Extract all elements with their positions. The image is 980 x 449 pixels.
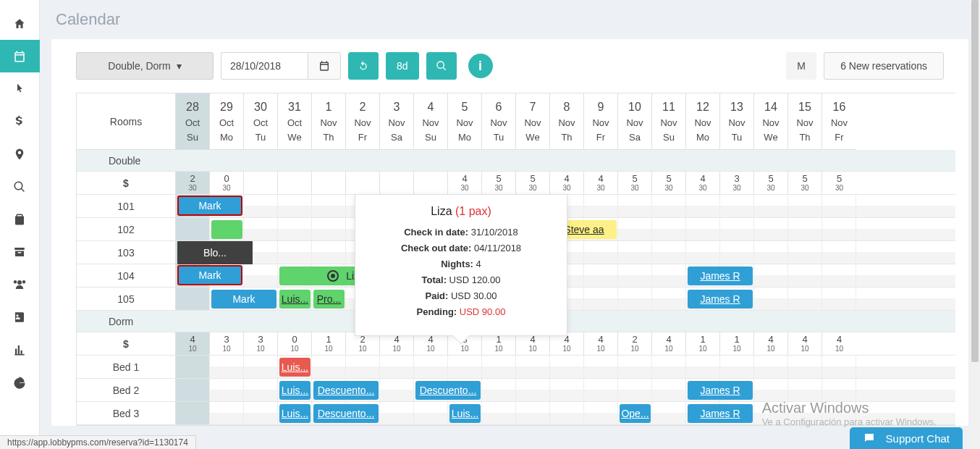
- booking[interactable]: Luis...: [279, 358, 311, 377]
- grid-cell[interactable]: [584, 379, 618, 401]
- grid-cell[interactable]: [720, 356, 754, 378]
- day-header[interactable]: 12NovMo: [686, 93, 720, 150]
- nav-search[interactable]: [0, 170, 40, 203]
- grid-cell[interactable]: [652, 241, 686, 264]
- grid-cell[interactable]: [720, 218, 754, 240]
- grid-cell[interactable]: [278, 241, 312, 264]
- grid-cell[interactable]: [312, 356, 346, 378]
- room-label[interactable]: Bed 3: [77, 402, 176, 424]
- day-header[interactable]: 31OctWe: [278, 93, 312, 150]
- grid-cell[interactable]: [278, 218, 312, 240]
- grid-cell[interactable]: [584, 264, 618, 287]
- grid-cell[interactable]: [754, 288, 788, 310]
- grid-cell[interactable]: [720, 195, 754, 217]
- booking[interactable]: James R: [688, 290, 753, 309]
- booking[interactable]: Mark: [211, 290, 276, 309]
- calendar-picker-button[interactable]: [308, 52, 341, 80]
- grid-cell[interactable]: [244, 356, 278, 378]
- booking[interactable]: Blo...: [177, 241, 253, 264]
- booking[interactable]: Luis...: [279, 290, 311, 309]
- range-button[interactable]: 8d: [386, 52, 419, 80]
- grid-cell[interactable]: [584, 288, 618, 310]
- grid-cell[interactable]: [754, 379, 788, 401]
- grid-cell[interactable]: [618, 195, 652, 217]
- room-label[interactable]: 105: [77, 288, 176, 310]
- booking[interactable]: James R: [688, 267, 753, 285]
- grid-cell[interactable]: [822, 264, 856, 287]
- grid-cell[interactable]: [312, 241, 346, 264]
- grid-cell[interactable]: [754, 402, 788, 424]
- grid-cell[interactable]: [550, 379, 584, 401]
- date-input[interactable]: [221, 52, 308, 80]
- grid-cell[interactable]: [176, 402, 210, 424]
- nav-pie[interactable]: [0, 366, 40, 398]
- grid-cell[interactable]: [720, 241, 754, 264]
- grid-cell[interactable]: [788, 288, 822, 310]
- day-header[interactable]: 14NovWe: [754, 93, 788, 150]
- new-reservations-button[interactable]: 6 New reservations: [824, 52, 944, 80]
- section-header[interactable]: Double: [77, 150, 955, 172]
- grid-cell[interactable]: [652, 195, 686, 217]
- booking[interactable]: [211, 220, 242, 239]
- grid-cell[interactable]: [822, 241, 856, 264]
- grid-cell[interactable]: [380, 402, 414, 424]
- grid-cell[interactable]: [584, 241, 618, 264]
- grid-cell[interactable]: [176, 218, 210, 240]
- grid-cell[interactable]: [754, 264, 788, 287]
- grid-cell[interactable]: [686, 195, 720, 217]
- grid-cell[interactable]: [822, 288, 856, 310]
- month-toggle[interactable]: M: [786, 52, 816, 80]
- day-header[interactable]: 8NovTh: [550, 93, 584, 150]
- grid-cell[interactable]: [414, 402, 448, 424]
- grid-cell[interactable]: [686, 241, 720, 264]
- grid-cell[interactable]: [346, 356, 380, 378]
- nav-calendar[interactable]: [0, 40, 40, 72]
- grid-cell[interactable]: [550, 356, 584, 378]
- nav-money[interactable]: [0, 105, 40, 138]
- refresh-button[interactable]: [348, 52, 379, 80]
- search-button[interactable]: [426, 52, 457, 80]
- booking[interactable]: Ope...: [620, 404, 651, 423]
- grid-cell[interactable]: [652, 218, 686, 240]
- nav-location[interactable]: [0, 138, 40, 170]
- grid-cell[interactable]: [754, 195, 788, 217]
- grid-cell[interactable]: [176, 288, 210, 310]
- day-header[interactable]: 1NovTh: [312, 93, 346, 150]
- day-header[interactable]: 16NovFr: [822, 93, 856, 150]
- nav-users[interactable]: [0, 268, 40, 301]
- grid-cell[interactable]: [380, 356, 414, 378]
- grid-cell[interactable]: [618, 356, 652, 378]
- info-button[interactable]: i: [468, 54, 493, 78]
- booking[interactable]: Luis...: [279, 404, 311, 423]
- booking[interactable]: Descuento...: [415, 381, 481, 400]
- booking[interactable]: James R: [688, 404, 753, 423]
- nav-clipboard[interactable]: [0, 203, 40, 235]
- day-header[interactable]: 6NovTu: [482, 93, 516, 150]
- vertical-scrollbar[interactable]: [970, 0, 980, 449]
- grid-cell[interactable]: [312, 195, 346, 217]
- room-label[interactable]: 101: [77, 195, 176, 217]
- grid-cell[interactable]: [788, 402, 822, 424]
- day-header[interactable]: 15NovTh: [788, 93, 822, 150]
- grid-cell[interactable]: [652, 356, 686, 378]
- room-label[interactable]: Bed 1: [77, 356, 176, 378]
- day-header[interactable]: 10NovSa: [618, 93, 652, 150]
- room-label[interactable]: 103: [77, 241, 176, 264]
- grid-cell[interactable]: [652, 402, 686, 424]
- grid-cell[interactable]: [482, 356, 516, 378]
- grid-cell[interactable]: [754, 356, 788, 378]
- grid-cell[interactable]: [176, 379, 210, 401]
- grid-cell[interactable]: [652, 379, 686, 401]
- grid-cell[interactable]: [788, 264, 822, 287]
- grid-cell[interactable]: [482, 402, 516, 424]
- grid-cell[interactable]: [244, 218, 278, 240]
- grid-cell[interactable]: [278, 195, 312, 217]
- grid-cell[interactable]: [788, 241, 822, 264]
- day-header[interactable]: 2NovFr: [346, 93, 380, 150]
- grid-cell[interactable]: [686, 218, 720, 240]
- grid-cell[interactable]: [516, 379, 550, 401]
- grid-cell[interactable]: [618, 218, 652, 240]
- booking[interactable]: Mark: [177, 196, 242, 216]
- grid-cell[interactable]: [414, 356, 448, 378]
- day-header[interactable]: 3NovSa: [380, 93, 414, 150]
